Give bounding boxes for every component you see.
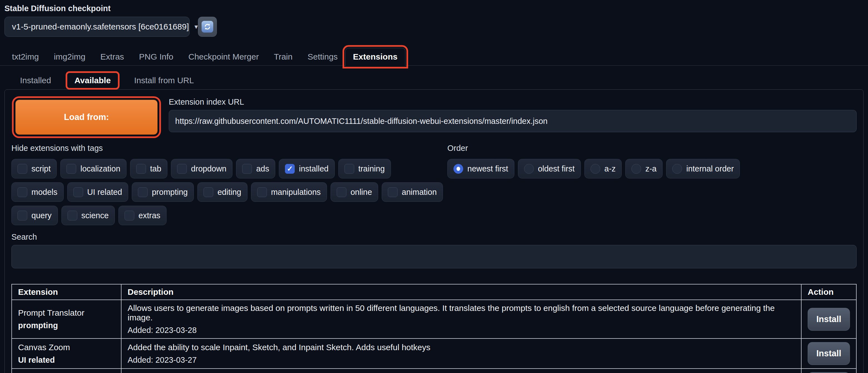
extension-added-date: Added: 2023-03-28 [128,326,795,335]
tab-png-info[interactable]: PNG Info [131,48,181,65]
extensions-table: Extension Description Action Prompt Tran… [11,284,857,373]
checkpoint-value: v1-5-pruned-emaonly.safetensors [6ce0161… [12,22,189,31]
column-header-action: Action [801,284,856,300]
order-radio-internal-order[interactable]: internal order [666,159,740,178]
chevron-down-icon: ▾ [195,23,198,31]
tag-checkbox-installed[interactable]: installed [279,159,335,178]
radio-icon [591,164,600,174]
table-row: Canvas Zoom UI related Added the ability… [12,339,856,369]
tag-checkbox-query[interactable]: query [11,206,58,225]
extension-description: Allows users to generate images based on… [128,304,795,322]
checkbox-icon [204,187,213,197]
order-radio-oldest-first[interactable]: oldest first [518,159,581,178]
checkbox-icon [68,211,77,221]
tag-checkbox-ui-related[interactable]: UI related [67,182,128,202]
tag-checkbox-science[interactable]: science [61,206,115,225]
subtab-available[interactable]: Available [67,73,118,88]
checkbox-icon [18,211,27,221]
tag-checkbox-tab[interactable]: tab [130,159,167,178]
checkbox-icon [136,164,146,174]
tag-checkbox-ads[interactable]: ads [236,159,275,178]
tab-img2img[interactable]: img2img [46,48,93,65]
checkpoint-label: Stable Diffusion checkpoint [4,4,864,13]
order-label: Order [447,144,857,153]
extension-tag: prompting [18,321,115,330]
tag-checkbox-animation[interactable]: animation [382,182,443,202]
order-radio-group: newest first oldest first a-z z-a intern… [447,159,857,178]
radio-icon [524,164,534,174]
extension-index-url-label: Extension index URL [169,97,857,107]
tab-extras[interactable]: Extras [93,48,131,65]
extension-name: Canvas Zoom [18,343,115,352]
tab-checkpoint-merger[interactable]: Checkpoint Merger [181,48,266,65]
checkpoint-select[interactable]: v1-5-pruned-emaonly.safetensors [6ce0161… [4,17,190,37]
checkbox-icon [177,164,187,174]
tab-extensions[interactable]: Extensions [345,48,405,66]
tag-checkbox-prompting[interactable]: prompting [132,182,194,202]
main-tabs: txt2img img2img Extras PNG Info Checkpoi… [0,46,868,66]
available-extensions-panel: Load from: Extension index URL Hide exte… [4,89,864,373]
order-radio-a-z[interactable]: a-z [584,159,622,178]
checkbox-icon [73,187,83,197]
table-row: Regional Prompter manipulations Specify … [12,369,856,373]
table-row: Prompt Translator prompting Allows users… [12,300,856,339]
checkbox-icon [388,187,398,197]
extension-description: Added the ability to scale Inpaint, Sket… [128,343,795,352]
tab-txt2img[interactable]: txt2img [4,48,46,65]
install-button[interactable]: Install [808,308,850,331]
extension-index-url-input[interactable] [169,110,857,132]
order-radio-z-a[interactable]: z-a [625,159,662,178]
checkbox-icon [337,187,346,197]
stable-diffusion-webui: Stable Diffusion checkpoint v1-5-pruned-… [0,0,868,373]
tag-checkbox-script[interactable]: script [11,159,57,178]
subtab-installed[interactable]: Installed [20,76,51,85]
radio-icon [672,164,682,174]
subtab-install-from-url[interactable]: Install from URL [134,76,194,85]
radio-icon [631,164,641,174]
order-radio-newest-first[interactable]: newest first [447,159,514,178]
tag-checkbox-localization[interactable]: localization [60,159,126,178]
hide-tags-label: Hide extensions with tags [11,144,443,153]
checkbox-icon [344,164,354,174]
checkbox-checked-icon [285,164,295,174]
checkbox-icon [18,187,27,197]
tag-checkbox-editing[interactable]: editing [197,182,247,202]
extension-added-date: Added: 2023-03-27 [128,355,795,365]
tag-checkbox-dropdown[interactable]: dropdown [171,159,232,178]
install-button[interactable]: Install [808,342,850,365]
table-header-row: Extension Description Action [12,284,856,300]
checkbox-icon [18,164,27,174]
tab-train[interactable]: Train [266,48,300,65]
checkbox-icon [125,211,134,221]
tag-checkbox-group: script localization tab dropdown ads ins… [11,159,443,225]
refresh-checkpoints-button[interactable] [198,17,217,37]
search-label: Search [11,232,857,241]
radio-selected-icon [454,164,463,174]
checkbox-icon [242,164,252,174]
load-from-button[interactable]: Load from: [15,99,158,135]
column-header-description: Description [121,284,801,300]
extension-name: Prompt Translator [18,308,115,318]
tag-checkbox-training[interactable]: training [338,159,391,178]
tag-checkbox-extras[interactable]: extras [118,206,166,225]
column-header-extension: Extension [12,284,121,300]
refresh-icon [202,21,213,33]
checkbox-icon [257,187,267,197]
tag-checkbox-manipulations[interactable]: manipulations [251,182,327,202]
tab-settings[interactable]: Settings [300,48,345,65]
checkbox-icon [138,187,148,197]
tag-checkbox-models[interactable]: models [11,182,64,202]
header: Stable Diffusion checkpoint v1-5-pruned-… [0,0,868,37]
checkbox-icon [66,164,76,174]
tag-checkbox-online[interactable]: online [331,182,378,202]
search-input[interactable] [11,245,857,268]
extensions-subtabs: Installed Available Install from URL [0,72,868,89]
extension-tag: UI related [18,355,115,365]
